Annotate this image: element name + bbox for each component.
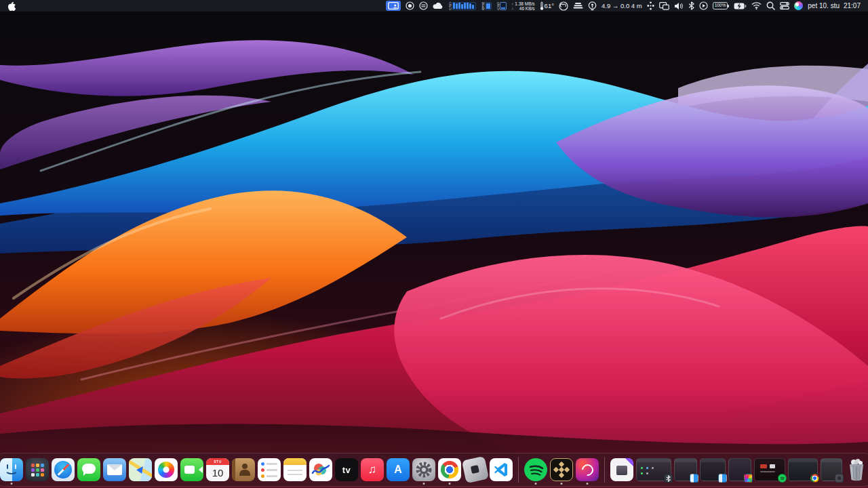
dock-item-tv[interactable]: tv [335, 458, 358, 481]
siri-menu-icon[interactable] [794, 1, 803, 11]
memory-meter-widget[interactable]: MEM [481, 1, 492, 11]
dock-item-mail[interactable] [103, 458, 126, 481]
dock-item-adobe-cc[interactable] [576, 458, 599, 481]
dock-item-appstore[interactable]: A [387, 458, 410, 481]
record-menu-icon[interactable] [406, 1, 414, 11]
temperature-widget[interactable]: 61° [540, 1, 554, 11]
apple-menu[interactable] [7, 1, 16, 11]
vscode-icon [490, 458, 513, 481]
dock-item-safari[interactable] [52, 458, 75, 481]
desktop: { "menu_bar": { "apple_menu_label": "App… [0, 0, 868, 488]
screen-mirroring-menu-icon[interactable] [659, 1, 669, 11]
circle-lines-icon [419, 1, 428, 10]
system-settings-icon [412, 458, 435, 481]
dock-item-utility-app[interactable] [610, 458, 633, 481]
minimized-window-chrome[interactable] [788, 458, 818, 481]
wifi-icon [751, 2, 762, 9]
glucose-reading[interactable]: 4.9 → 0.0 4 m [601, 2, 642, 9]
minimized-window-colors[interactable] [728, 458, 751, 481]
bluetooth-menu-icon[interactable] [688, 1, 694, 11]
layers-stack-icon [573, 2, 583, 10]
spotify-icon [524, 458, 547, 481]
minimized-window-spotify[interactable] [754, 458, 785, 481]
running-indicator [423, 483, 425, 485]
chrome-badge-icon [810, 474, 819, 483]
screen-with-user-icon [388, 2, 399, 9]
dock-item-facetime[interactable] [180, 458, 203, 481]
bluetooth-icon [688, 1, 694, 10]
wifi-menu-icon[interactable] [751, 1, 762, 11]
minimized-window-finder-1[interactable] [674, 458, 697, 481]
layers-menu-icon[interactable] [573, 1, 583, 11]
minimized-window-finder-2[interactable] [700, 458, 726, 481]
dock-item-roblox[interactable] [464, 458, 487, 481]
adobe-cc-icon [559, 1, 568, 11]
battery-percent-value: 100% [715, 3, 726, 8]
rainbow-badge-icon [744, 474, 753, 483]
dock-item-reminders[interactable] [258, 458, 281, 481]
running-indicator [561, 483, 563, 485]
gear-icon [415, 461, 433, 479]
dock-item-vscode[interactable] [490, 458, 513, 481]
record-circle-icon [406, 1, 414, 10]
dock-item-contacts[interactable] [232, 458, 255, 481]
gpu-meter-widget[interactable]: GPU [496, 1, 507, 11]
cpu-usage-bars [452, 2, 476, 10]
dock-item-gold-diamonds-app[interactable] [550, 458, 573, 481]
dock-item-notes[interactable] [283, 458, 307, 481]
menu-bar-time: 21:07 [844, 2, 861, 9]
app-badge-icon [835, 474, 844, 483]
spotlight-menu-icon[interactable] [766, 1, 775, 11]
siri-orb-icon [794, 1, 803, 10]
dock-item-photos[interactable] [155, 458, 178, 481]
dock-item-music[interactable]: ♫ [361, 458, 384, 481]
tv-logo-text: tv [342, 465, 351, 475]
circle-lines-menu-icon[interactable] [419, 1, 428, 11]
finder-badge-icon [718, 474, 727, 483]
dock-item-freeform[interactable] [309, 458, 332, 481]
dock-item-trash[interactable] [845, 458, 868, 481]
temperature-value: 61° [545, 2, 554, 9]
chrome-icon [438, 458, 461, 481]
dock-item-finder[interactable] [0, 458, 23, 481]
dots-diamond-menu-icon[interactable] [647, 1, 654, 11]
dock-item-spotify[interactable] [524, 458, 547, 481]
finder-icon [0, 458, 23, 481]
dock-separator [604, 457, 605, 483]
dock-item-chrome[interactable] [438, 458, 461, 481]
screen-mirroring-icon [659, 2, 669, 10]
dock-item-calendar[interactable]: STU 10 [206, 458, 229, 481]
dock-item-system-settings[interactable] [412, 458, 435, 481]
network-throughput-widget[interactable]: ↑ ↓ 1.38 MB/s 46 KB/s [511, 1, 534, 11]
volume-menu-icon[interactable] [674, 1, 684, 11]
window-thumbnail [754, 458, 785, 481]
notes-icon [283, 458, 307, 481]
cloud-menu-icon[interactable] [433, 1, 443, 11]
menu-bar-clock[interactable]: pet 10. stu 21:07 [808, 2, 861, 9]
minimized-window-bluetooth[interactable] [636, 458, 671, 481]
minimized-window-utility[interactable] [821, 458, 842, 481]
cpu-meter-widget[interactable]: CPU [448, 1, 477, 11]
dock-item-maps[interactable] [129, 458, 152, 481]
window-thumbnail [700, 458, 726, 481]
running-indicator [535, 483, 537, 485]
dock-item-launchpad[interactable] [26, 458, 49, 481]
control-center-menu-icon[interactable] [780, 1, 789, 11]
battery-charging-icon [734, 3, 747, 9]
adobe-cc-dock-icon [576, 458, 599, 481]
battery-charging-menu-icon[interactable] [734, 1, 747, 11]
screen-sharing-active-menu-icon[interactable] [386, 1, 401, 11]
pin-badge-menu-icon[interactable] [588, 1, 597, 11]
music-note-glyph: ♫ [368, 463, 377, 476]
facetime-icon [180, 458, 203, 481]
download-speed: 46 KB/s [519, 6, 535, 11]
menu-bar-status-items: CPU MEM GPU ↑ ↓ 1.38 MB/s 46 KB/s [386, 1, 861, 11]
adobe-creative-cloud-menu-icon[interactable] [559, 1, 568, 11]
menu-bar: CPU MEM GPU ↑ ↓ 1.38 MB/s 46 KB/s [0, 0, 868, 12]
thermometer-icon [540, 1, 544, 10]
trash-full-icon [845, 458, 868, 481]
map-pin-circle-icon [588, 1, 597, 11]
play-circle-menu-icon[interactable] [699, 1, 708, 11]
battery-percent-widget[interactable]: 100% [713, 2, 728, 9]
dock-item-messages[interactable] [77, 458, 100, 481]
